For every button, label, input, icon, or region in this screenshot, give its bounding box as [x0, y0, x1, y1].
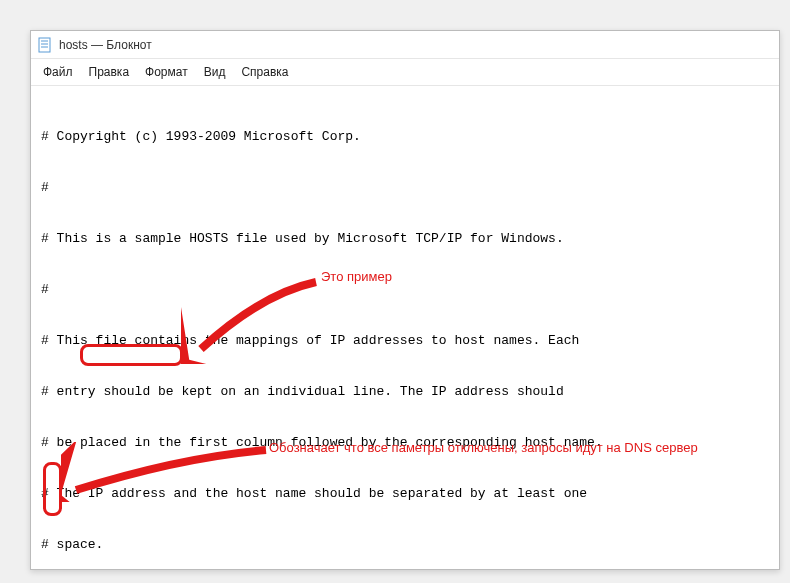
menu-help[interactable]: Справка: [235, 63, 294, 81]
notepad-icon: [37, 37, 53, 53]
window-title: hosts — Блокнот: [59, 38, 152, 52]
svg-rect-0: [39, 38, 50, 52]
text-line: #: [41, 281, 769, 298]
text-line: # The IP address and the host name shoul…: [41, 485, 769, 502]
menu-view[interactable]: Вид: [198, 63, 232, 81]
text-line: # entry should be kept on an individual …: [41, 383, 769, 400]
text-editor-area[interactable]: # Copyright (c) 1993-2009 Microsoft Corp…: [31, 86, 779, 568]
titlebar[interactable]: hosts — Блокнот: [31, 31, 779, 59]
text-line: # space.: [41, 536, 769, 553]
text-line: # This file contains the mappings of IP …: [41, 332, 769, 349]
menu-edit[interactable]: Правка: [83, 63, 136, 81]
text-line: #: [41, 179, 769, 196]
text-line: # be placed in the first column followed…: [41, 434, 769, 451]
menu-format[interactable]: Формат: [139, 63, 194, 81]
text-line: # This is a sample HOSTS file used by Mi…: [41, 230, 769, 247]
menubar: Файл Правка Формат Вид Справка: [31, 59, 779, 86]
notepad-window: hosts — Блокнот Файл Правка Формат Вид С…: [30, 30, 780, 570]
text-line: # Copyright (c) 1993-2009 Microsoft Corp…: [41, 128, 769, 145]
menu-file[interactable]: Файл: [37, 63, 79, 81]
